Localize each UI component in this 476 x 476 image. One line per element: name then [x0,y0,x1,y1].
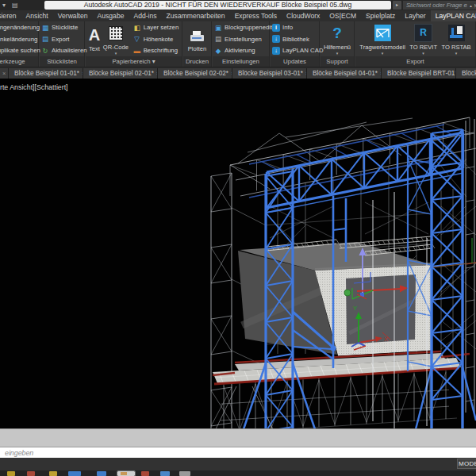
ribbon-tab-visualisieren[interactable]: Visualisieren [0,10,21,21]
ribbon-button-blockgruppeneditor[interactable]: ▣Blockgruppeneditor [213,23,278,33]
viewport-controls-label[interactable]: rte Ansicht][Schattiert] [0,83,68,91]
ribbon-tab-cloudworx[interactable]: CloudWorx [282,10,324,21]
ribbon-button-duplikate-suchen[interactable]: ◎Duplikate suchen [0,46,40,56]
h-henkote-icon: ▽ [133,35,141,43]
file-tab-label: Blöcke Beispiel 03-01* [232,70,303,77]
file-tab-bl-cke-beispiel-02-01[interactable]: Blöcke Beispiel 02-01*× [83,68,158,79]
status-icon[interactable] [27,471,35,476]
ribbon-tab-ansicht[interactable]: Ansicht [21,10,53,21]
ribbon-button-info[interactable]: iInfo [271,23,324,33]
ribbon-tab-layher[interactable]: Layher [400,10,430,21]
ribbon-minimize-icon[interactable]: ▴ [467,2,474,9]
ribbon-button-hilfemen[interactable]: ?Hilfemenü▾ [324,24,351,55]
command-dock [0,428,476,447]
menu-icon[interactable]: ▤ [12,0,18,10]
button-label: TO REVIT [409,44,437,51]
ribbon-button-aktualisieren[interactable]: ↻Aktualisieren [40,46,87,56]
ribbon-button-bibliothek[interactable]: ↓Bibliothek [271,34,324,44]
ribbon-tab-bar: VisualisierenAnsichtVerwaltenAusgabeAdd-… [0,10,476,21]
ribbon-panel-support: ?Hilfemenü▾Support [321,21,355,67]
button-label: Winkeländerung [0,36,37,43]
help-search-input[interactable] [403,1,476,10]
file-tab-clipped[interactable]: × [0,68,9,79]
ribbon-tab-add-ins[interactable]: Add-ins [129,10,161,21]
button-label: Plotten [188,45,207,52]
ribbon-tab-spielplatz[interactable]: Spielplatz [361,10,400,21]
status-icon[interactable] [117,471,135,476]
ribbon-button-qr-code[interactable]: QR-Code▾ [103,24,129,55]
ribbon-tab-ausgabe[interactable]: Ausgabe [93,10,129,21]
dropdown-icon[interactable]: ▾ [382,52,384,55]
button-label: Beschriftung [144,47,178,54]
st-ckliste-icon: ▦ [41,24,49,32]
ribbon-button-l-ngen-nderung[interactable]: ↔Längenänderung [0,23,40,33]
button-label: Aktivierung [225,47,255,54]
status-icon[interactable] [141,471,149,476]
ribbon-button-einstellungen[interactable]: ▤Einstellungen [213,34,278,44]
file-tab-bl-cke-beispiel-04-01[interactable]: Blöcke Beispiel 04-01*× [307,68,382,79]
search-go-button[interactable]: ▸ [393,1,401,10]
ribbon-button-to-rstab[interactable]: TO RSTAB▾ [441,24,470,55]
ribbon-tab-layplan-cad[interactable]: LayPLAN CAD [431,10,476,21]
panel-title-updates: Updates [271,56,319,67]
help-icon: ? [332,25,342,42]
ribbon-button-export[interactable]: ▤Export [40,34,87,44]
ribbon-tab-express-tools[interactable]: Express Tools [230,10,282,21]
dropdown-icon[interactable]: ▾ [336,52,339,55]
status-icon[interactable] [68,471,81,476]
button-label: Duplikate suchen [0,47,40,54]
titlebar: ▾ ▤ Autodesk AutoCAD 2019 - NICHT FÜR DE… [0,0,476,10]
ribbon-button-layer-setzen[interactable]: ◧Layer setzen [132,23,179,33]
ribbon-button-to-revit[interactable]: RTO REVIT▾ [409,24,437,55]
status-icon[interactable] [179,471,190,476]
layplan-cad-icon: ↓ [272,47,280,55]
model-space-button[interactable]: MODEL [457,459,476,469]
panel-title-werkzeuge: Werkzeuge [0,56,38,67]
ribbon-button-plotten[interactable]: Plotten [188,25,207,52]
file-tab-bl-cke-beispiel-02-02[interactable]: Blöcke Beispiel 02-02*× [158,68,232,79]
ribbon-tab-zusammenarbeiten[interactable]: Zusammenarbeiten [162,10,230,21]
ribbon-tab-verwalten[interactable]: Verwalten [53,10,93,21]
file-tab-bl-cke-beispiel-03-01[interactable]: Blöcke Beispiel 03-01*× [232,68,307,79]
dropdown-icon[interactable]: ▾ [455,52,458,55]
button-label: Layer setzen [144,24,179,31]
button-label: Info [282,24,293,31]
info-icon: i [272,24,280,32]
ribbon-button-winkel-nderung[interactable]: ∠Winkeländerung [0,34,40,44]
file-tab-bl-cke-beispiel[interactable]: Blöcke Beispiel× [456,68,476,79]
einstellungen-icon: ▤ [214,35,222,43]
status-icon[interactable] [49,471,57,476]
button-label: Export [52,36,70,43]
dropdown-icon[interactable]: ▾ [115,52,117,55]
ribbon-button-beschriftung[interactable]: ▬Beschriftung [132,46,179,56]
ribbon-button-aktivierung[interactable]: ◆Aktivierung [213,46,278,56]
status-bar: MODEL [0,458,476,470]
ribbon-panel-export: Tragwerksmodell▾RTO REVIT▾TO RSTAB▾Expor… [355,21,476,67]
ribbon-tab-os-ecm[interactable]: OS|ECM [324,10,361,21]
status-icon[interactable] [160,471,170,476]
export-icon: ▤ [41,35,49,43]
status-icon[interactable] [7,471,15,476]
dropdown-icon[interactable]: ▾ [422,52,424,55]
qr-code-icon [109,26,123,40]
close-icon[interactable]: × [0,70,8,77]
button-label: Bibliothek [282,36,309,43]
quick-access-customize-icon[interactable]: ▾ [2,0,6,10]
file-tab-bl-cke-beispiel-01-01[interactable]: Blöcke Beispiel 01-01*× [9,68,83,79]
plotter-icon [190,35,204,41]
ribbon-button-layplan-cad[interactable]: ↓LayPLAN CAD [271,46,324,56]
ribbon-button-h-henkote[interactable]: ▽Höhenkote [132,34,179,44]
file-tab-bl-cke-beispiel-brt-01[interactable]: Blöcke Beispiel BRT-01*× [382,68,456,79]
button-label: Aktualisieren [52,47,87,54]
blockgruppeneditor-icon: ▣ [214,24,222,32]
ribbon-button-tragwerksmodell[interactable]: Tragwerksmodell▾ [359,24,405,55]
button-label: Stückliste [52,24,78,31]
panel-title-papierbereich[interactable]: Papierbereich ▾ [86,56,182,67]
text-icon: A [89,26,100,44]
status-icon[interactable] [97,471,106,476]
command-input[interactable] [0,447,476,458]
concrete-girder [238,242,432,355]
ribbon-button-st-ckliste[interactable]: ▦Stückliste [40,23,87,33]
viewport-canvas[interactable]: YX rte Ansicht][Schattiert] [0,79,476,428]
ribbon-button-text[interactable]: AText [89,25,100,52]
